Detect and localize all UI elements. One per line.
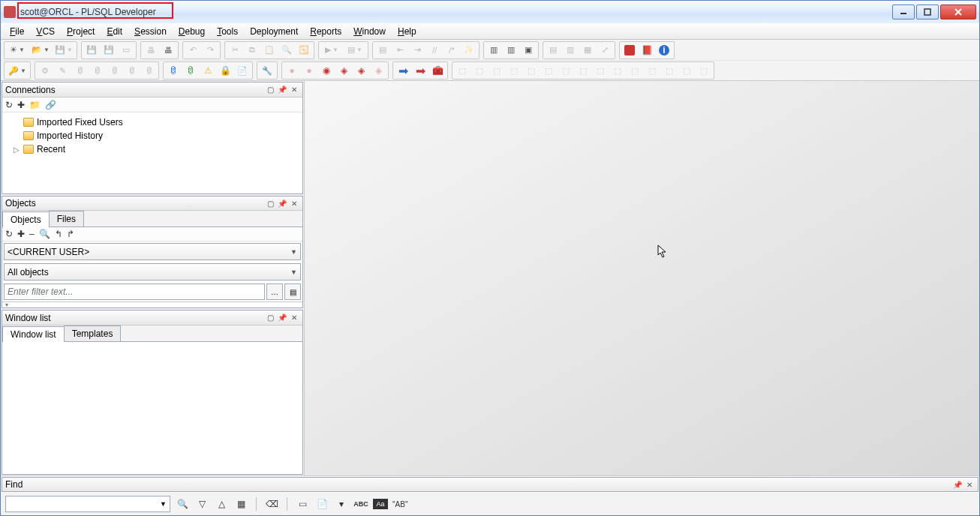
step8-button[interactable]: ⬚ bbox=[575, 63, 591, 78]
page-button[interactable]: ▭ bbox=[118, 43, 134, 58]
menu-session[interactable]: Session bbox=[130, 25, 171, 38]
outdent-button[interactable]: ⇤ bbox=[392, 43, 408, 58]
paste-button[interactable]: 📋 bbox=[261, 43, 278, 58]
menu-deployment[interactable]: Deployment bbox=[245, 25, 302, 38]
minus-icon[interactable]: – bbox=[29, 229, 35, 239]
folder-icon[interactable]: 📁 bbox=[29, 100, 41, 110]
new-button[interactable]: ☀▼ bbox=[6, 43, 29, 58]
filter-browse-button[interactable]: … bbox=[266, 284, 283, 300]
panel-pin-icon[interactable]: 📌 bbox=[277, 314, 287, 322]
bp1-button[interactable]: ● bbox=[284, 63, 300, 78]
menu-project[interactable]: Project bbox=[62, 25, 99, 38]
toolbox-button[interactable]: 🧰 bbox=[429, 63, 446, 78]
panel-close-icon[interactable]: ✕ bbox=[964, 481, 975, 489]
tree-item[interactable]: ▷Recent bbox=[5, 142, 299, 156]
panel-pin-icon[interactable]: 📌 bbox=[277, 86, 287, 94]
layout-fit-button[interactable]: ⤢ bbox=[597, 43, 613, 58]
step12-button[interactable]: ⬚ bbox=[644, 63, 660, 78]
nav-back-icon[interactable]: ↰ bbox=[55, 229, 62, 239]
expand-icon[interactable]: ▷ bbox=[13, 146, 20, 154]
db4-button[interactable]: 🛢 bbox=[123, 63, 140, 78]
step14-button[interactable]: ⬚ bbox=[678, 63, 695, 78]
key-button[interactable]: 🔑▼ bbox=[6, 63, 29, 78]
refresh-icon[interactable]: ↻ bbox=[5, 100, 13, 110]
step2-button[interactable]: ⬚ bbox=[471, 63, 488, 78]
tab-windowlist[interactable]: Window list bbox=[2, 326, 65, 342]
plus-icon[interactable]: ✚ bbox=[17, 229, 25, 239]
step13-button[interactable]: ⬚ bbox=[661, 63, 678, 78]
step11-button[interactable]: ⬚ bbox=[627, 63, 643, 78]
explain-button[interactable]: ▤▼ bbox=[344, 43, 366, 58]
redo-button[interactable]: ↷ bbox=[202, 43, 218, 58]
menu-edit[interactable]: Edit bbox=[102, 25, 127, 38]
db-green-button[interactable]: 🛢 bbox=[182, 63, 199, 78]
open-button[interactable]: 📂▼ bbox=[29, 43, 52, 58]
step3-button[interactable]: ⬚ bbox=[488, 63, 505, 78]
bp-prev-button[interactable]: ◈ bbox=[335, 63, 352, 78]
script-button[interactable]: 📄 bbox=[234, 63, 251, 78]
find-next-icon[interactable]: ▽ bbox=[194, 499, 209, 509]
layout-tile-h-button[interactable]: ▤ bbox=[545, 43, 561, 58]
bp-toggle-button[interactable]: ◉ bbox=[318, 63, 335, 78]
warn-button[interactable]: ⚠ bbox=[200, 63, 216, 78]
find-input[interactable]: ▼ bbox=[5, 496, 170, 512]
panel-restore-icon[interactable]: ▢ bbox=[265, 200, 275, 208]
tree-item[interactable]: Imported History bbox=[5, 129, 299, 142]
scope-combo[interactable]: All objects ▼ bbox=[4, 263, 301, 280]
indent-button[interactable]: ⇥ bbox=[409, 43, 425, 58]
find-case-icon[interactable]: Aa bbox=[373, 499, 388, 509]
find-highlight-icon[interactable]: ▦ bbox=[233, 499, 248, 509]
info-button[interactable]: i bbox=[656, 43, 672, 58]
tab-files[interactable]: Files bbox=[49, 211, 84, 226]
db3-button[interactable]: 🛢 bbox=[106, 63, 122, 78]
print-setup-button[interactable]: 🖶 bbox=[160, 43, 176, 58]
panel-restore-icon[interactable]: ▢ bbox=[265, 314, 275, 322]
bp-clear-button[interactable]: ◈ bbox=[370, 63, 386, 78]
db2-button[interactable]: 🛢 bbox=[89, 63, 105, 78]
arrow-blue-button[interactable]: ➡ bbox=[395, 63, 411, 78]
find-clear-icon[interactable]: ⌫ bbox=[264, 499, 279, 509]
db5-button[interactable]: 🛢 bbox=[140, 63, 157, 78]
search-icon[interactable]: 🔍 bbox=[39, 229, 50, 239]
lock-button[interactable]: 🔒 bbox=[217, 63, 233, 78]
find-regex-icon[interactable]: "AB" bbox=[392, 500, 407, 508]
panel-close-icon[interactable]: ✕ bbox=[289, 86, 299, 94]
menu-help[interactable]: Help bbox=[393, 25, 421, 38]
nav-fwd-icon[interactable]: ↱ bbox=[67, 229, 74, 239]
copy-button[interactable]: ⧉ bbox=[244, 43, 260, 58]
sql-window-button[interactable]: ▥ bbox=[485, 43, 502, 58]
uncomment-button[interactable]: /* bbox=[443, 43, 460, 58]
minimize-button[interactable] bbox=[892, 4, 915, 20]
oracle-button[interactable] bbox=[621, 43, 638, 58]
db1-button[interactable]: 🛢 bbox=[71, 63, 88, 78]
step9-button[interactable]: ⬚ bbox=[592, 63, 609, 78]
step6-button[interactable]: ⬚ bbox=[540, 63, 557, 78]
maximize-button[interactable] bbox=[916, 4, 939, 20]
tab-templates[interactable]: Templates bbox=[64, 326, 122, 341]
command-window-button[interactable]: ▣ bbox=[520, 43, 537, 58]
beautify-button[interactable]: ✨ bbox=[461, 43, 477, 58]
filter-apply-button[interactable]: ▤ bbox=[284, 284, 301, 300]
objects-collapse[interactable]: ▾ bbox=[2, 302, 302, 308]
wrench-button[interactable]: 🔧 bbox=[259, 63, 275, 78]
find-window-icon[interactable]: ▭ bbox=[295, 499, 310, 509]
bp2-button[interactable]: ● bbox=[301, 63, 317, 78]
panel-restore-icon[interactable]: ▢ bbox=[265, 86, 275, 94]
tree-item[interactable]: Imported Fixed Users bbox=[5, 116, 299, 129]
undo-button[interactable]: ↶ bbox=[185, 43, 201, 58]
user-combo[interactable]: <CURRENT USER> ▼ bbox=[4, 243, 301, 260]
menu-debug[interactable]: Debug bbox=[174, 25, 209, 38]
tab-objects[interactable]: Objects bbox=[2, 212, 50, 227]
find-button[interactable]: 🔍 bbox=[278, 43, 295, 58]
debug-indent-button[interactable]: ▤ bbox=[374, 43, 391, 58]
menu-reports[interactable]: Reports bbox=[305, 25, 346, 38]
find-abc-icon[interactable]: ABC bbox=[353, 500, 368, 508]
menu-file[interactable]: File bbox=[5, 25, 29, 38]
arrow-red-button[interactable]: ➡ bbox=[412, 63, 428, 78]
test-window-button[interactable]: ▥ bbox=[503, 43, 519, 58]
step5-button[interactable]: ⬚ bbox=[523, 63, 540, 78]
gear-button[interactable]: ⚙ bbox=[37, 63, 53, 78]
refresh-icon[interactable]: ↻ bbox=[5, 229, 13, 239]
step10-button[interactable]: ⬚ bbox=[609, 63, 626, 78]
print-button[interactable]: 🖶 bbox=[143, 43, 159, 58]
